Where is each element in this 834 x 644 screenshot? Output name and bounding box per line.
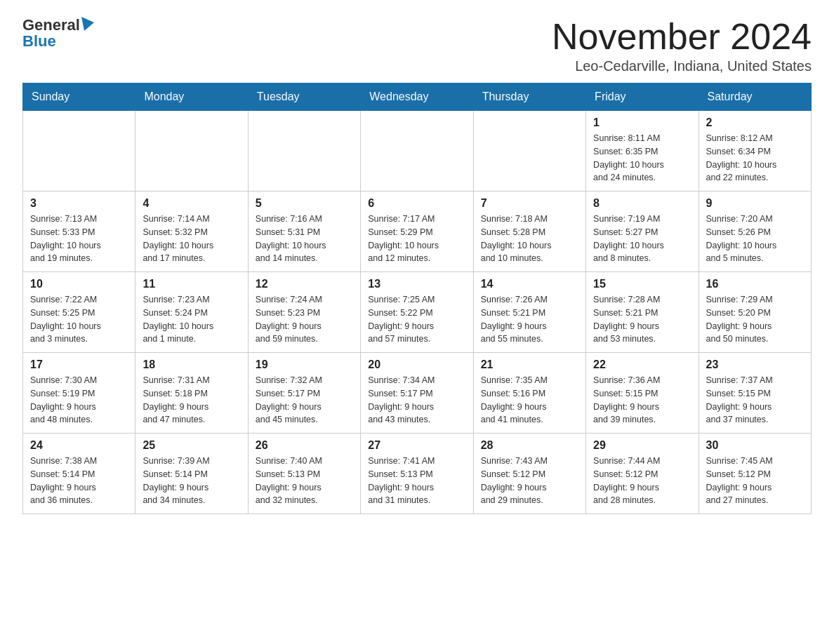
calendar-day-header: Sunday <box>23 83 135 111</box>
calendar-day-header: Thursday <box>473 83 585 111</box>
calendar-day-cell: 30Sunrise: 7:45 AM Sunset: 5:12 PM Dayli… <box>699 434 811 514</box>
calendar-day-cell: 4Sunrise: 7:14 AM Sunset: 5:32 PM Daylig… <box>135 192 248 272</box>
day-info: Sunrise: 7:18 AM Sunset: 5:28 PM Dayligh… <box>481 213 578 265</box>
day-number: 2 <box>706 116 804 129</box>
calendar-day-cell: 13Sunrise: 7:25 AM Sunset: 5:22 PM Dayli… <box>361 272 473 353</box>
calendar-day-cell: 9Sunrise: 7:20 AM Sunset: 5:26 PM Daylig… <box>699 192 811 272</box>
calendar-day-header: Tuesday <box>248 83 360 111</box>
day-info: Sunrise: 7:36 AM Sunset: 5:15 PM Dayligh… <box>593 374 691 427</box>
calendar-day-cell: 7Sunrise: 7:18 AM Sunset: 5:28 PM Daylig… <box>473 192 585 272</box>
calendar-table: SundayMondayTuesdayWednesdayThursdayFrid… <box>22 83 812 514</box>
calendar-day-cell: 6Sunrise: 7:17 AM Sunset: 5:29 PM Daylig… <box>361 192 473 272</box>
location-title: Leo-Cedarville, Indiana, United States <box>552 58 812 74</box>
day-number: 24 <box>30 439 128 452</box>
calendar-day-header: Saturday <box>699 83 811 111</box>
day-info: Sunrise: 7:13 AM Sunset: 5:33 PM Dayligh… <box>30 213 128 265</box>
title-block: November 2024 Leo-Cedarville, Indiana, U… <box>552 17 812 74</box>
day-number: 15 <box>593 278 691 290</box>
calendar-day-cell: 14Sunrise: 7:26 AM Sunset: 5:21 PM Dayli… <box>473 272 585 353</box>
day-number: 11 <box>143 278 240 290</box>
day-info: Sunrise: 7:20 AM Sunset: 5:26 PM Dayligh… <box>706 213 804 265</box>
day-number: 4 <box>143 197 240 210</box>
calendar-week-row: 24Sunrise: 7:38 AM Sunset: 5:14 PM Dayli… <box>23 434 812 514</box>
calendar-day-cell: 29Sunrise: 7:44 AM Sunset: 5:12 PM Dayli… <box>586 434 699 514</box>
day-info: Sunrise: 7:31 AM Sunset: 5:18 PM Dayligh… <box>143 374 240 427</box>
day-number: 21 <box>481 358 578 371</box>
day-number: 20 <box>368 358 465 371</box>
day-info: Sunrise: 7:28 AM Sunset: 5:21 PM Dayligh… <box>593 293 691 346</box>
logo: General Blue <box>22 17 94 49</box>
calendar-day-cell: 18Sunrise: 7:31 AM Sunset: 5:18 PM Dayli… <box>135 353 248 434</box>
day-number: 16 <box>706 278 804 290</box>
day-info: Sunrise: 7:22 AM Sunset: 5:25 PM Dayligh… <box>30 293 128 346</box>
day-number: 8 <box>593 197 691 210</box>
calendar-day-cell: 23Sunrise: 7:37 AM Sunset: 5:15 PM Dayli… <box>699 353 811 434</box>
calendar-day-cell: 8Sunrise: 7:19 AM Sunset: 5:27 PM Daylig… <box>586 192 699 272</box>
calendar-week-row: 17Sunrise: 7:30 AM Sunset: 5:19 PM Dayli… <box>23 353 812 434</box>
calendar-day-cell <box>248 111 360 192</box>
calendar-day-cell: 12Sunrise: 7:24 AM Sunset: 5:23 PM Dayli… <box>248 272 360 353</box>
calendar-day-cell: 22Sunrise: 7:36 AM Sunset: 5:15 PM Dayli… <box>586 353 699 434</box>
day-info: Sunrise: 7:41 AM Sunset: 5:13 PM Dayligh… <box>368 455 465 507</box>
day-number: 1 <box>593 116 691 129</box>
day-info: Sunrise: 7:25 AM Sunset: 5:22 PM Dayligh… <box>368 293 465 346</box>
day-info: Sunrise: 7:17 AM Sunset: 5:29 PM Dayligh… <box>368 213 465 265</box>
calendar-week-row: 1Sunrise: 8:11 AM Sunset: 6:35 PM Daylig… <box>23 111 812 192</box>
day-info: Sunrise: 8:12 AM Sunset: 6:34 PM Dayligh… <box>706 132 804 185</box>
calendar-day-cell: 24Sunrise: 7:38 AM Sunset: 5:14 PM Dayli… <box>23 434 135 514</box>
calendar-day-header: Monday <box>135 83 248 111</box>
calendar-day-header: Wednesday <box>361 83 473 111</box>
day-info: Sunrise: 7:37 AM Sunset: 5:15 PM Dayligh… <box>706 374 804 427</box>
calendar-day-cell: 26Sunrise: 7:40 AM Sunset: 5:13 PM Dayli… <box>248 434 360 514</box>
calendar-day-cell: 20Sunrise: 7:34 AM Sunset: 5:17 PM Dayli… <box>361 353 473 434</box>
day-number: 19 <box>256 358 353 371</box>
day-info: Sunrise: 7:14 AM Sunset: 5:32 PM Dayligh… <box>143 213 240 265</box>
calendar-day-cell <box>361 111 473 192</box>
calendar-day-cell: 28Sunrise: 7:43 AM Sunset: 5:12 PM Dayli… <box>473 434 585 514</box>
day-info: Sunrise: 7:35 AM Sunset: 5:16 PM Dayligh… <box>481 374 578 427</box>
calendar-day-cell: 21Sunrise: 7:35 AM Sunset: 5:16 PM Dayli… <box>473 353 585 434</box>
logo-general-text: General <box>22 18 80 33</box>
day-info: Sunrise: 7:38 AM Sunset: 5:14 PM Dayligh… <box>30 455 128 507</box>
svg-marker-0 <box>81 17 94 31</box>
calendar-day-cell: 15Sunrise: 7:28 AM Sunset: 5:21 PM Dayli… <box>586 272 699 353</box>
calendar-day-cell: 11Sunrise: 7:23 AM Sunset: 5:24 PM Dayli… <box>135 272 248 353</box>
day-number: 5 <box>256 197 353 210</box>
day-number: 13 <box>368 278 465 290</box>
day-info: Sunrise: 7:32 AM Sunset: 5:17 PM Dayligh… <box>256 374 353 427</box>
calendar-day-cell: 3Sunrise: 7:13 AM Sunset: 5:33 PM Daylig… <box>23 192 135 272</box>
calendar-day-cell: 5Sunrise: 7:16 AM Sunset: 5:31 PM Daylig… <box>248 192 360 272</box>
day-info: Sunrise: 7:29 AM Sunset: 5:20 PM Dayligh… <box>706 293 804 346</box>
day-number: 25 <box>143 439 240 452</box>
calendar-day-cell: 16Sunrise: 7:29 AM Sunset: 5:20 PM Dayli… <box>699 272 811 353</box>
calendar-header-row: SundayMondayTuesdayWednesdayThursdayFrid… <box>23 83 812 111</box>
calendar-day-cell <box>473 111 585 192</box>
day-info: Sunrise: 7:34 AM Sunset: 5:17 PM Dayligh… <box>368 374 465 427</box>
calendar-day-cell: 27Sunrise: 7:41 AM Sunset: 5:13 PM Dayli… <box>361 434 473 514</box>
day-info: Sunrise: 7:16 AM Sunset: 5:31 PM Dayligh… <box>256 213 353 265</box>
day-number: 10 <box>30 278 128 290</box>
calendar-day-cell: 17Sunrise: 7:30 AM Sunset: 5:19 PM Dayli… <box>23 353 135 434</box>
day-info: Sunrise: 7:24 AM Sunset: 5:23 PM Dayligh… <box>256 293 353 346</box>
logo-blue-text: Blue <box>22 34 56 49</box>
calendar-day-header: Friday <box>586 83 699 111</box>
day-number: 3 <box>30 197 128 210</box>
day-number: 17 <box>30 358 128 371</box>
day-number: 26 <box>256 439 353 452</box>
day-number: 27 <box>368 439 465 452</box>
calendar-day-cell: 2Sunrise: 8:12 AM Sunset: 6:34 PM Daylig… <box>699 111 811 192</box>
day-info: Sunrise: 7:39 AM Sunset: 5:14 PM Dayligh… <box>143 455 240 507</box>
day-info: Sunrise: 7:44 AM Sunset: 5:12 PM Dayligh… <box>593 455 691 507</box>
calendar-day-cell: 10Sunrise: 7:22 AM Sunset: 5:25 PM Dayli… <box>23 272 135 353</box>
day-number: 28 <box>481 439 578 452</box>
calendar-day-cell: 1Sunrise: 8:11 AM Sunset: 6:35 PM Daylig… <box>586 111 699 192</box>
day-number: 7 <box>481 197 578 210</box>
calendar-day-cell <box>135 111 248 192</box>
day-number: 18 <box>143 358 240 371</box>
day-number: 23 <box>706 358 804 371</box>
day-info: Sunrise: 7:43 AM Sunset: 5:12 PM Dayligh… <box>481 455 578 507</box>
calendar-day-cell <box>23 111 135 192</box>
day-info: Sunrise: 7:40 AM Sunset: 5:13 PM Dayligh… <box>256 455 353 507</box>
page-header: General Blue November 2024 Leo-Cedarvill… <box>22 17 812 74</box>
day-info: Sunrise: 7:23 AM Sunset: 5:24 PM Dayligh… <box>143 293 240 346</box>
